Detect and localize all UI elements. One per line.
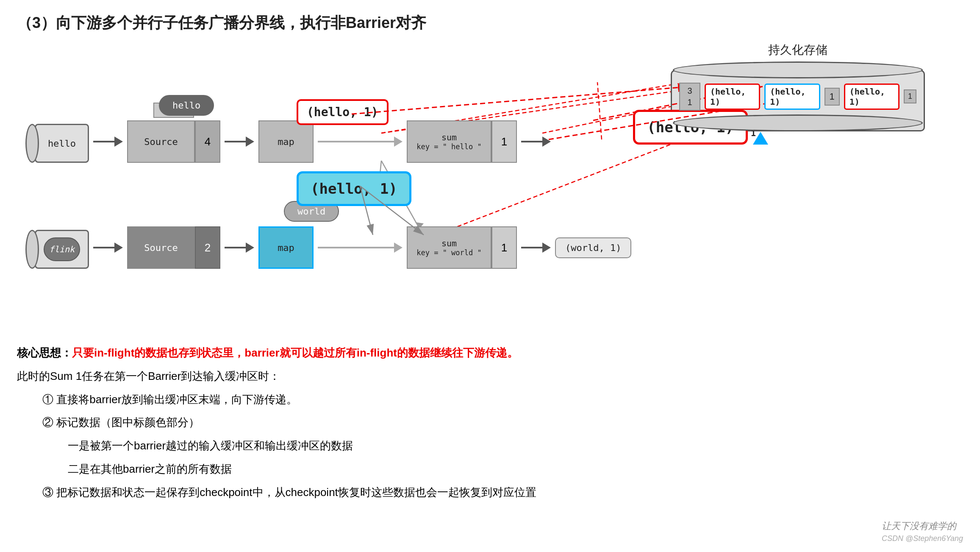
brand-text: CSDN @Stephen6Yang <box>882 534 963 543</box>
top-cylinder-text: hello <box>48 138 76 149</box>
core-thought-label: 核心思想： <box>17 346 72 359</box>
bottom-cylinder-text: flink <box>49 244 75 254</box>
arrow2-bottom <box>225 243 254 253</box>
bottom-map-node: map <box>258 226 314 269</box>
text-item3: ③ 把标记数据和状态一起保存到checkpoint中，从checkpoint恢复… <box>42 482 963 502</box>
bottom-sum-num: 1 <box>491 226 517 269</box>
arrow1-top <box>93 137 123 147</box>
bottom-sum-node: sum key = " world " <box>407 226 491 269</box>
hello-box-blue-center: (hello, 1) <box>297 171 411 206</box>
top-sum-key: key = " hello " <box>416 142 482 151</box>
bottom-source-node: Source <box>127 226 195 269</box>
bottom-sum-label: sum <box>441 238 457 248</box>
text-line2: 此时的Sum 1任务在第一个Barrier到达输入缓冲区时： <box>17 366 963 386</box>
text-section: 核心思想：只要in-flight的数据也存到状态里，barrier就可以越过所有… <box>17 343 963 502</box>
hello-oval-text: hello <box>159 95 214 116</box>
hello-box-blue-center-text: (hello, 1) <box>297 171 411 206</box>
top-sum-group: sum key = " hello " 1 <box>407 120 517 163</box>
top-sum-node: sum key = " hello " <box>407 120 491 163</box>
bottom-flow-row: flink Source 2 <box>25 226 631 269</box>
top-sum-num: 1 <box>491 120 517 163</box>
top-source-num: 4 <box>195 120 220 163</box>
bottom-output: (world, 1) <box>555 237 631 258</box>
storage-num-mid: 1 <box>825 88 840 106</box>
storage-area: 持久化存储 3 1 (hello, 1) <box>666 42 929 131</box>
storage-num1: 3 <box>687 86 692 96</box>
bottom-cylinder: flink <box>25 226 89 269</box>
top-cylinder: hello <box>25 120 89 163</box>
arrow4-bottom <box>521 243 551 253</box>
text-item1: ① 直接将barrier放到输出缓冲区末端，向下游传递。 <box>42 390 963 410</box>
arrow3-top <box>318 137 403 147</box>
watermark-text: 让天下没有难学的 <box>882 521 956 531</box>
arrow2-top <box>225 137 254 147</box>
text-item2a: 一是被第一个barrier越过的输入缓冲区和输出缓冲区的数据 <box>68 436 963 456</box>
top-map-node: map <box>258 120 314 163</box>
svg-line-9 <box>597 82 602 139</box>
diagram-area: 持久化存储 3 1 (hello, 1) <box>17 42 963 330</box>
bottom-source-num: 2 <box>195 226 220 269</box>
top-source-group: flink Source 4 <box>127 120 220 163</box>
bottom-sum-key: key = " world " <box>416 248 482 257</box>
storage-label: 持久化存储 <box>666 42 929 58</box>
arrow4-top <box>521 137 551 147</box>
hello-box-red-top-text: (hello, 1) <box>297 99 389 125</box>
top-source-node: Source <box>127 120 195 163</box>
storage-num2: 1 <box>687 98 692 107</box>
storage-num-right: 1 <box>904 89 916 103</box>
top-sum-label: sum <box>441 132 457 142</box>
storage-record3: (hello, 1) <box>844 84 899 110</box>
text-item2b: 二是在其他barrier之前的所有数据 <box>68 459 963 479</box>
arrow3-bottom <box>318 243 403 253</box>
page-title: （3）向下游多个并行子任务广播分界线，执行非Barrier对齐 <box>17 13 963 33</box>
watermark: 让天下没有难学的 CSDN @Stephen6Yang <box>882 520 963 544</box>
page-container: （3）向下游多个并行子任务广播分界线，执行非Barrier对齐 <box>0 0 980 552</box>
core-thought-line: 核心思想：只要in-flight的数据也存到状态里，barrier就可以越过所有… <box>17 343 963 363</box>
storage-record1: (hello, 1) <box>705 84 760 110</box>
bottom-sum-group: sum key = " world " 1 <box>407 226 517 269</box>
hello-box-red-top: (hello, 1) <box>297 99 389 125</box>
top-flow-row: hello flink Source 4 <box>25 120 555 163</box>
hello-oval-top: hello <box>159 95 214 116</box>
core-thought-red: 只要in-flight的数据也存到状态里，barrier就可以越过所有in-fl… <box>72 346 518 359</box>
text-item2: ② 标记数据（图中标颜色部分） <box>42 413 963 432</box>
storage-record2: (hello, 1) <box>764 84 820 110</box>
bottom-source-group: Source 2 <box>127 226 220 269</box>
arrow1-bottom <box>93 243 123 253</box>
